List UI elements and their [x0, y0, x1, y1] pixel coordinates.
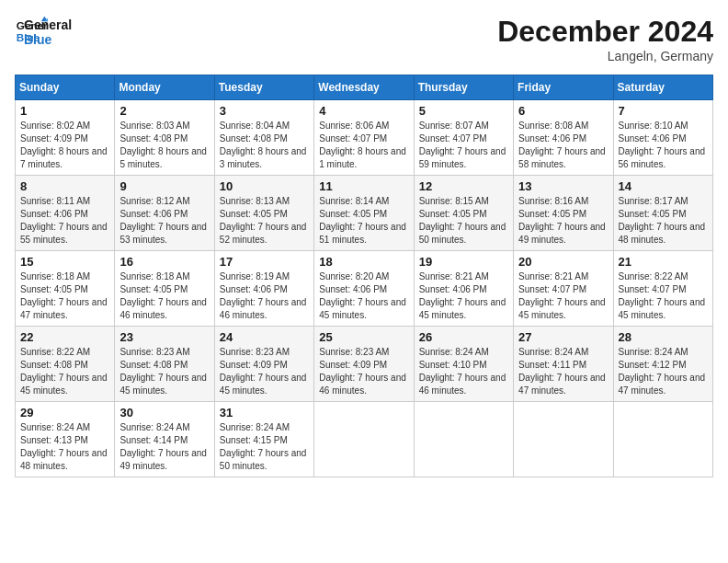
calendar-week-2: 8Sunrise: 8:11 AM Sunset: 4:06 PM Daylig…	[16, 176, 713, 251]
day-number: 17	[220, 255, 309, 269]
calendar-cell: 22Sunrise: 8:22 AM Sunset: 4:08 PM Dayli…	[16, 327, 115, 402]
column-header-friday: Friday	[514, 75, 613, 100]
day-info: Sunrise: 8:24 AM Sunset: 4:12 PM Dayligh…	[619, 346, 708, 397]
day-info: Sunrise: 8:21 AM Sunset: 4:06 PM Dayligh…	[419, 270, 508, 322]
calendar-header-row: SundayMondayTuesdayWednesdayThursdayFrid…	[16, 75, 713, 100]
day-number: 2	[119, 104, 209, 118]
day-number: 24	[220, 330, 309, 344]
day-number: 11	[319, 179, 408, 193]
day-info: Sunrise: 8:24 AM Sunset: 4:13 PM Dayligh…	[20, 421, 109, 473]
calendar-cell: 31Sunrise: 8:24 AM Sunset: 4:15 PM Dayli…	[214, 402, 313, 477]
day-info: Sunrise: 8:18 AM Sunset: 4:05 PM Dayligh…	[119, 270, 209, 322]
calendar-cell: 29Sunrise: 8:24 AM Sunset: 4:13 PM Dayli…	[16, 402, 115, 477]
day-info: Sunrise: 8:23 AM Sunset: 4:08 PM Dayligh…	[119, 346, 209, 397]
calendar-cell: 25Sunrise: 8:23 AM Sunset: 4:09 PM Dayli…	[314, 327, 414, 402]
day-info: Sunrise: 8:04 AM Sunset: 4:08 PM Dayligh…	[220, 120, 309, 171]
column-header-wednesday: Wednesday	[314, 75, 414, 100]
day-info: Sunrise: 8:10 AM Sunset: 4:06 PM Dayligh…	[619, 120, 708, 171]
day-info: Sunrise: 8:02 AM Sunset: 4:09 PM Dayligh…	[20, 120, 109, 171]
day-number: 18	[319, 255, 408, 269]
calendar-cell: 23Sunrise: 8:23 AM Sunset: 4:08 PM Dayli…	[115, 327, 214, 402]
day-info: Sunrise: 8:11 AM Sunset: 4:06 PM Dayligh…	[20, 195, 109, 247]
calendar-cell	[613, 402, 712, 477]
calendar-cell: 12Sunrise: 8:15 AM Sunset: 4:05 PM Dayli…	[414, 176, 513, 251]
calendar-cell: 4Sunrise: 8:06 AM Sunset: 4:07 PM Daylig…	[314, 100, 414, 176]
calendar-cell: 27Sunrise: 8:24 AM Sunset: 4:11 PM Dayli…	[514, 327, 613, 402]
day-number: 4	[319, 104, 408, 118]
day-info: Sunrise: 8:03 AM Sunset: 4:08 PM Dayligh…	[119, 120, 209, 171]
calendar-cell: 14Sunrise: 8:17 AM Sunset: 4:05 PM Dayli…	[613, 176, 712, 251]
calendar-cell: 30Sunrise: 8:24 AM Sunset: 4:14 PM Dayli…	[115, 402, 214, 477]
day-number: 8	[20, 179, 109, 193]
calendar-cell: 16Sunrise: 8:18 AM Sunset: 4:05 PM Dayli…	[115, 251, 214, 327]
day-info: Sunrise: 8:18 AM Sunset: 4:05 PM Dayligh…	[20, 270, 109, 322]
calendar-cell: 6Sunrise: 8:08 AM Sunset: 4:06 PM Daylig…	[514, 100, 613, 176]
day-number: 5	[419, 104, 508, 118]
day-info: Sunrise: 8:19 AM Sunset: 4:06 PM Dayligh…	[220, 270, 309, 322]
calendar-cell: 21Sunrise: 8:22 AM Sunset: 4:07 PM Dayli…	[613, 251, 712, 327]
calendar-cell	[314, 402, 414, 477]
calendar-cell: 26Sunrise: 8:24 AM Sunset: 4:10 PM Dayli…	[414, 327, 513, 402]
calendar-cell: 18Sunrise: 8:20 AM Sunset: 4:06 PM Dayli…	[314, 251, 414, 327]
day-info: Sunrise: 8:20 AM Sunset: 4:06 PM Dayligh…	[319, 270, 408, 322]
month-title: December 2024	[497, 15, 713, 49]
day-number: 31	[220, 406, 309, 419]
calendar-cell	[414, 402, 513, 477]
day-number: 23	[119, 330, 209, 344]
calendar-cell: 13Sunrise: 8:16 AM Sunset: 4:05 PM Dayli…	[514, 176, 613, 251]
day-number: 25	[319, 330, 408, 344]
column-header-sunday: Sunday	[16, 75, 115, 100]
day-number: 9	[119, 179, 209, 193]
day-info: Sunrise: 8:13 AM Sunset: 4:05 PM Dayligh…	[220, 195, 309, 247]
calendar-table: SundayMondayTuesdayWednesdayThursdayFrid…	[15, 75, 713, 477]
calendar-cell: 3Sunrise: 8:04 AM Sunset: 4:08 PM Daylig…	[214, 100, 313, 176]
location-subtitle: Langeln, Germany	[497, 49, 713, 63]
day-number: 12	[419, 179, 508, 193]
calendar-cell: 5Sunrise: 8:07 AM Sunset: 4:07 PM Daylig…	[414, 100, 513, 176]
day-number: 16	[119, 255, 209, 269]
calendar-cell: 10Sunrise: 8:13 AM Sunset: 4:05 PM Dayli…	[214, 176, 313, 251]
day-number: 20	[518, 255, 608, 269]
day-info: Sunrise: 8:14 AM Sunset: 4:05 PM Dayligh…	[319, 195, 408, 247]
calendar-week-3: 15Sunrise: 8:18 AM Sunset: 4:05 PM Dayli…	[16, 251, 713, 327]
day-info: Sunrise: 8:24 AM Sunset: 4:14 PM Dayligh…	[119, 421, 209, 473]
day-number: 13	[518, 179, 608, 193]
calendar-cell: 20Sunrise: 8:21 AM Sunset: 4:07 PM Dayli…	[514, 251, 613, 327]
day-number: 29	[20, 406, 109, 419]
day-info: Sunrise: 8:16 AM Sunset: 4:05 PM Dayligh…	[518, 195, 608, 247]
day-number: 7	[619, 104, 708, 118]
day-info: Sunrise: 8:17 AM Sunset: 4:05 PM Dayligh…	[619, 195, 708, 247]
calendar-cell: 19Sunrise: 8:21 AM Sunset: 4:06 PM Dayli…	[414, 251, 513, 327]
day-info: Sunrise: 8:07 AM Sunset: 4:07 PM Dayligh…	[419, 120, 508, 171]
day-number: 15	[20, 255, 109, 269]
calendar-cell: 28Sunrise: 8:24 AM Sunset: 4:12 PM Dayli…	[613, 327, 712, 402]
day-info: Sunrise: 8:06 AM Sunset: 4:07 PM Dayligh…	[319, 120, 408, 171]
day-number: 22	[20, 330, 109, 344]
day-info: Sunrise: 8:23 AM Sunset: 4:09 PM Dayligh…	[319, 346, 408, 397]
calendar-cell: 1Sunrise: 8:02 AM Sunset: 4:09 PM Daylig…	[16, 100, 115, 176]
day-number: 27	[518, 330, 608, 344]
day-info: Sunrise: 8:24 AM Sunset: 4:10 PM Dayligh…	[419, 346, 508, 397]
logo: General Blue General Blue	[15, 15, 72, 48]
calendar-cell: 8Sunrise: 8:11 AM Sunset: 4:06 PM Daylig…	[16, 176, 115, 251]
day-info: Sunrise: 8:15 AM Sunset: 4:05 PM Dayligh…	[419, 195, 508, 247]
column-header-saturday: Saturday	[613, 75, 712, 100]
calendar-week-5: 29Sunrise: 8:24 AM Sunset: 4:13 PM Dayli…	[16, 402, 713, 477]
day-info: Sunrise: 8:21 AM Sunset: 4:07 PM Dayligh…	[518, 270, 608, 322]
day-info: Sunrise: 8:22 AM Sunset: 4:08 PM Dayligh…	[20, 346, 109, 397]
page-header: General Blue General Blue December 2024 …	[15, 15, 713, 63]
calendar-cell: 9Sunrise: 8:12 AM Sunset: 4:06 PM Daylig…	[115, 176, 214, 251]
column-header-thursday: Thursday	[414, 75, 513, 100]
day-number: 28	[619, 330, 708, 344]
title-block: December 2024 Langeln, Germany	[497, 15, 713, 63]
day-number: 30	[119, 406, 209, 419]
day-info: Sunrise: 8:24 AM Sunset: 4:15 PM Dayligh…	[220, 421, 309, 473]
calendar-cell: 7Sunrise: 8:10 AM Sunset: 4:06 PM Daylig…	[613, 100, 712, 176]
calendar-cell: 15Sunrise: 8:18 AM Sunset: 4:05 PM Dayli…	[16, 251, 115, 327]
day-number: 14	[619, 179, 708, 193]
logo-blue: Blue	[24, 32, 72, 47]
column-header-tuesday: Tuesday	[214, 75, 313, 100]
day-number: 21	[619, 255, 708, 269]
day-number: 19	[419, 255, 508, 269]
calendar-cell: 2Sunrise: 8:03 AM Sunset: 4:08 PM Daylig…	[115, 100, 214, 176]
